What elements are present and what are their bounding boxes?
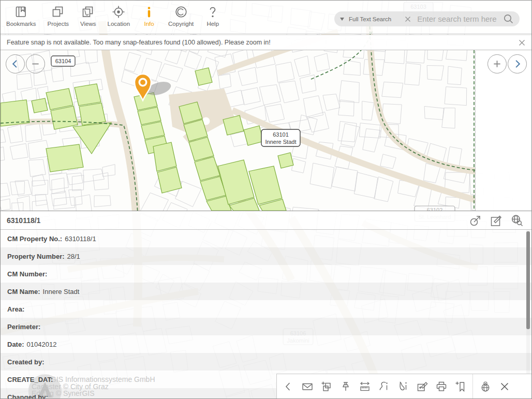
- zoom-out-button[interactable]: [26, 54, 45, 73]
- views-icon: [80, 4, 96, 20]
- toolbar-item-label: Views: [80, 21, 96, 27]
- feature-actions-toolbar: [276, 374, 531, 398]
- identify-line-icon: [378, 380, 390, 393]
- edit-feature-button[interactable]: [489, 214, 504, 227]
- globe-location-button[interactable]: [476, 374, 495, 398]
- row-label: CM Name:: [7, 288, 40, 295]
- notification-message: Feature snap is not available. Too many …: [7, 39, 271, 46]
- chevron-down-icon[interactable]: [340, 18, 344, 21]
- follow-feature-button[interactable]: [468, 214, 483, 227]
- pushpin-icon: [339, 380, 352, 393]
- toolbar-item-label: Help: [206, 21, 219, 27]
- close-icon: [498, 380, 511, 393]
- row-value: 6310118/1: [65, 235, 96, 243]
- identify-line-button[interactable]: [374, 374, 393, 398]
- edit-plus-icon: [416, 380, 428, 393]
- row-label: CM Number:: [7, 270, 47, 278]
- copyright-icon: [173, 4, 189, 20]
- svg-text:Innere Stadt: Innere Stadt: [265, 139, 297, 145]
- globe-pin-icon: [479, 380, 492, 393]
- marker-pin-center: [140, 80, 145, 85]
- table-row: Created by:: [1, 353, 531, 371]
- search-bar: Full Text Search: [334, 11, 520, 26]
- plus-icon: [488, 54, 506, 73]
- copy-features-button[interactable]: [317, 374, 336, 398]
- panel-scrollbar-thumb[interactable]: [526, 231, 530, 329]
- row-label: Property Number:: [7, 253, 65, 260]
- help-icon: [205, 4, 220, 20]
- search-input[interactable]: [416, 14, 500, 24]
- map-right-panel: [475, 51, 532, 211]
- toolbar-item-info[interactable]: Info: [136, 1, 162, 27]
- search-icon[interactable]: [503, 13, 514, 24]
- printer-icon: [435, 380, 448, 393]
- projects-icon: [50, 4, 66, 20]
- collapse-toolbar-button[interactable]: [278, 374, 298, 398]
- zoom-in-button[interactable]: [487, 54, 507, 73]
- bookmark-plus-icon: [454, 380, 467, 393]
- pan-right-button[interactable]: [508, 54, 527, 73]
- row-label: Changed by:: [7, 393, 48, 399]
- measure-button[interactable]: [355, 374, 374, 398]
- toolbar-separator: [472, 374, 473, 398]
- add-bookmark-button[interactable]: [451, 374, 470, 398]
- row-label: CM Property No.:: [7, 235, 62, 243]
- table-row: Perimeter:: [1, 318, 531, 335]
- globe-search-icon: [510, 214, 524, 227]
- row-label: Created by:: [7, 358, 45, 366]
- map-label-63104: 63104: [51, 56, 75, 66]
- follow-arrow-icon: [468, 214, 483, 227]
- table-row: Date:01042012: [1, 335, 531, 353]
- feature-title: 6310118/1: [7, 216, 40, 225]
- clear-search-icon[interactable]: [405, 16, 411, 22]
- row-value: 28/1: [67, 253, 80, 260]
- print-button[interactable]: [432, 374, 451, 398]
- table-row: CM Number:: [1, 265, 531, 283]
- map-label-63101-innere-stadt: 63101 Innere Stadt: [261, 129, 300, 146]
- gis-application-window: 63104 63101 Innere Stadt 63102 St. Leonh…: [0, 0, 532, 399]
- toolbar-item-label: Location: [108, 21, 130, 27]
- row-value: Innere Stadt: [43, 288, 80, 295]
- email-button[interactable]: [298, 374, 317, 398]
- minus-icon: [26, 54, 45, 73]
- bookmarks-icon: [13, 4, 29, 20]
- edit-feature-button-bottom[interactable]: [412, 374, 432, 398]
- notification-bar: Feature snap is not available. Too many …: [1, 35, 531, 50]
- info-icon: [141, 4, 157, 20]
- svg-text:63101: 63101: [273, 131, 289, 138]
- toolbar-item-views[interactable]: Views: [75, 1, 101, 27]
- toolbar-item-label: Projects: [48, 21, 69, 27]
- table-row: Area:: [1, 300, 531, 318]
- chevron-left-icon: [6, 54, 24, 73]
- row-value: 01042012: [27, 341, 57, 348]
- zoom-to-feature-button[interactable]: [510, 214, 524, 227]
- toolbar-item-location[interactable]: Location: [102, 1, 136, 27]
- toolbar-item-label: Info: [144, 21, 154, 27]
- row-label: Perimeter:: [7, 323, 40, 331]
- search-filter-label[interactable]: Full Text Search: [349, 16, 391, 22]
- location-crosshair-icon: [111, 4, 126, 20]
- measure-ruler-icon: [359, 380, 371, 393]
- chevron-right-icon: [508, 54, 526, 73]
- copy-plus-icon: [320, 380, 333, 393]
- table-row: CM Name:Innere Stadt: [1, 283, 531, 300]
- pan-left-button[interactable]: [6, 54, 25, 73]
- pin-feature-button[interactable]: [336, 374, 355, 398]
- table-row: Property Number:28/1: [1, 247, 531, 265]
- identify-polygon-button[interactable]: [393, 374, 412, 398]
- toolbar-item-bookmarks[interactable]: Bookmarks: [1, 1, 42, 27]
- notification-close-icon[interactable]: [519, 39, 525, 46]
- close-panel-button[interactable]: [495, 374, 514, 398]
- toolbar-item-copyright[interactable]: Copyright: [162, 1, 199, 27]
- row-label: Date:: [7, 341, 24, 348]
- edit-pencil-icon: [489, 214, 504, 227]
- row-label: Area:: [7, 305, 24, 313]
- toolbar-item-label: Bookmarks: [6, 21, 36, 27]
- identify-polygon-icon: [397, 380, 409, 393]
- feature-panel-header: 6310118/1: [1, 211, 531, 230]
- chevron-left-icon: [282, 380, 294, 393]
- toolbar-item-projects[interactable]: Projects: [42, 1, 75, 27]
- table-row: CM Property No.:6310118/1: [1, 230, 531, 247]
- toolbar-item-help[interactable]: Help: [199, 1, 226, 27]
- toolbar-item-label: Copyright: [168, 21, 194, 27]
